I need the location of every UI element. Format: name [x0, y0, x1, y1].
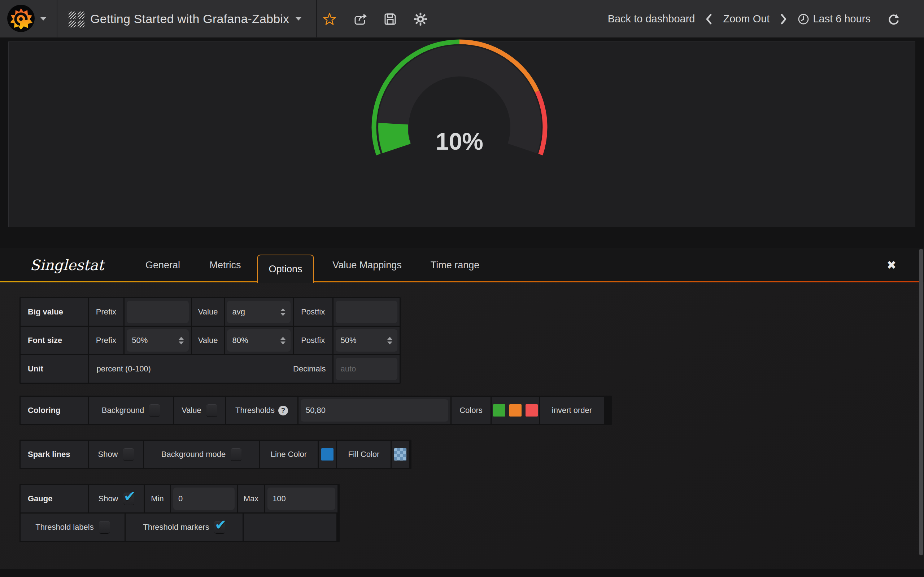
scrollbar-thumb[interactable] — [919, 249, 923, 555]
thresholds-input[interactable] — [300, 399, 448, 422]
grafana-logo-menu[interactable] — [6, 3, 53, 35]
gauge-label: Gauge — [21, 485, 88, 513]
threshold-labels-checkbox[interactable] — [99, 521, 110, 533]
min-label: Min — [145, 485, 170, 513]
fill-color-label: Fill Color — [337, 441, 391, 468]
select-stepper-icon — [281, 337, 286, 344]
navbar-actions — [322, 0, 428, 38]
decimals-label: Decimals — [293, 364, 332, 374]
value-font-size-select[interactable]: 80% — [227, 329, 290, 351]
value-coloring-checkbox[interactable] — [207, 404, 217, 416]
font-size-label: Font size — [21, 327, 88, 354]
value-function-selected: avg — [232, 307, 245, 317]
options-table-coloring: Coloring Background Value Thresholds ? C… — [19, 396, 612, 425]
close-editor-icon[interactable]: ✖ — [881, 248, 902, 282]
prefix-label: Prefix — [89, 327, 124, 354]
clock-icon — [798, 13, 809, 25]
prefix-label: Prefix — [89, 298, 124, 326]
tab-metrics[interactable]: Metrics — [204, 248, 246, 282]
unit-select[interactable]: percent (0-100) — [89, 364, 151, 374]
star-icon[interactable] — [322, 12, 337, 26]
big-value-prefix-input[interactable] — [127, 301, 188, 323]
postfix-font-size-select[interactable]: 50% — [336, 329, 397, 351]
dashboard-title-dropdown[interactable]: Getting Started with Grafana-Zabbix — [90, 0, 301, 38]
spark-lines-label: Spark lines — [21, 441, 88, 468]
gauge-show-checkbox[interactable]: ✔ — [123, 493, 134, 505]
time-range-label: Last 6 hours — [813, 13, 871, 25]
gauge-show-label: Show — [98, 494, 118, 503]
invert-order-button[interactable]: invert order — [552, 406, 592, 415]
value-size-selected: 80% — [232, 336, 248, 345]
tab-value-mappings[interactable]: Value Mappings — [329, 248, 405, 282]
postfix-label: Postfix — [294, 327, 333, 354]
postfix-label: Postfix — [294, 298, 333, 326]
options-table-gauge: Gauge Show ✔ Min Max Threshold labels Th… — [19, 484, 340, 542]
value-label: Value — [192, 298, 224, 326]
zoom-out-button[interactable]: Zoom Out — [723, 13, 769, 25]
options-table-values: Big value Prefix Value avg Postfix Font … — [19, 297, 401, 384]
gauge-value-wedge — [393, 124, 397, 148]
empty-cell — [244, 514, 336, 541]
postfix-size-selected: 50% — [341, 336, 357, 345]
value-coloring-label: Value — [181, 406, 201, 415]
threshold-labels-label: Threshold labels — [36, 522, 94, 532]
save-icon[interactable] — [383, 12, 397, 26]
line-color-label: Line Color — [260, 441, 318, 468]
select-stepper-icon — [387, 337, 393, 344]
sparkline-show-label: Show — [98, 450, 118, 459]
unit-label: Unit — [21, 355, 88, 383]
max-label: Max — [238, 485, 264, 513]
gauge-visualization: 10% — [366, 37, 553, 225]
tab-time-range[interactable]: Time range — [429, 248, 481, 282]
top-navbar: Getting Started with Grafana-Zabbix — [0, 0, 924, 38]
background-mode-checkbox[interactable] — [231, 448, 241, 461]
decimals-input[interactable] — [336, 358, 397, 380]
gauge-value-text: 10% — [436, 128, 483, 155]
panel-type-title: Singlestat — [30, 248, 104, 282]
dashboard-icon — [69, 11, 84, 27]
threshold-markers-checkbox[interactable]: ✔ — [215, 521, 225, 533]
settings-gear-icon[interactable] — [413, 12, 428, 26]
checkmark-icon: ✔ — [215, 517, 227, 533]
tab-options[interactable]: Options — [257, 255, 314, 283]
gauge-min-input[interactable] — [173, 488, 234, 510]
logo-dropdown-caret-icon — [40, 17, 46, 21]
background-coloring-label: Background — [102, 406, 144, 415]
title-dropdown-caret-icon — [296, 17, 301, 21]
select-stepper-icon — [281, 308, 286, 316]
time-shift-right-button[interactable] — [780, 14, 787, 24]
dashboard-title: Getting Started with Grafana-Zabbix — [90, 12, 289, 26]
prefix-font-size-select[interactable]: 50% — [127, 329, 188, 351]
colors-label: Colors — [452, 397, 491, 424]
background-coloring-checkbox[interactable] — [149, 404, 160, 416]
coloring-label: Coloring — [21, 397, 88, 424]
sparkline-show-checkbox[interactable] — [123, 448, 134, 461]
threshold-color-swatch-orange[interactable] — [509, 404, 522, 416]
threshold-color-swatch-green[interactable] — [493, 404, 505, 416]
select-stepper-icon — [179, 337, 184, 344]
big-value-postfix-input[interactable] — [336, 301, 397, 323]
share-icon[interactable] — [353, 12, 367, 26]
thresholds-help-icon[interactable]: ? — [278, 406, 288, 416]
grafana-logo-icon — [6, 4, 36, 34]
threshold-color-swatch-red[interactable] — [525, 404, 538, 416]
value-label: Value — [192, 327, 224, 354]
navbar-separator — [316, 0, 317, 38]
line-color-swatch[interactable] — [321, 448, 333, 461]
refresh-icon[interactable] — [887, 12, 901, 26]
gauge-panel: CPU user time 10% — [8, 42, 915, 227]
page-bottom — [0, 569, 924, 577]
big-value-function-select[interactable]: avg — [227, 301, 290, 323]
threshold-markers-label: Threshold markers — [143, 522, 209, 532]
big-value-label: Big value — [21, 298, 88, 326]
background-mode-label: Background mode — [162, 450, 226, 459]
prefix-size-selected: 50% — [132, 336, 148, 345]
checkmark-icon: ✔ — [124, 488, 136, 504]
back-to-dashboard-button[interactable]: Back to dashboard — [608, 13, 695, 25]
options-table-sparklines: Spark lines Show Background mode Line Co… — [19, 440, 412, 469]
time-picker-button[interactable]: Last 6 hours — [798, 13, 871, 25]
gauge-max-input[interactable] — [267, 488, 335, 510]
time-shift-left-button[interactable] — [706, 14, 712, 24]
tab-general[interactable]: General — [143, 248, 183, 282]
fill-color-swatch[interactable] — [394, 448, 406, 461]
